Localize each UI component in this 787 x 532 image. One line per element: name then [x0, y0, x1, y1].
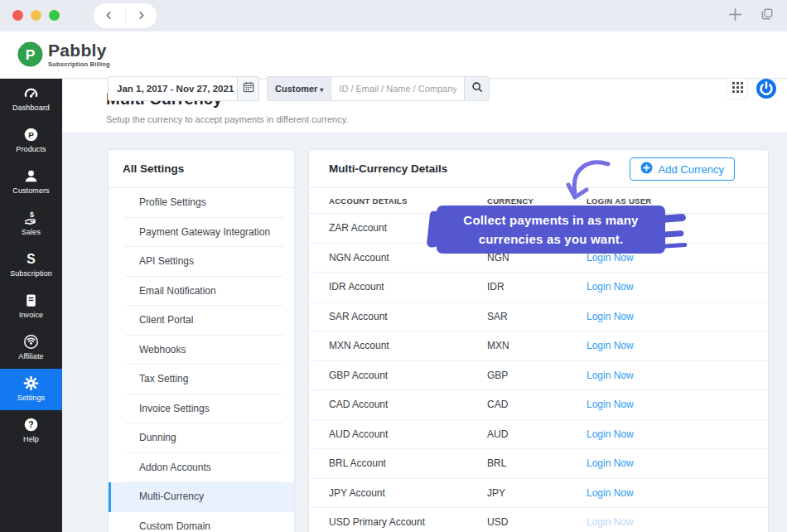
back-button[interactable] [94, 3, 125, 28]
login-now-link[interactable]: Login Now [587, 479, 634, 509]
table-row-gbp-account: GBP Account GBP Login Now [309, 361, 768, 391]
table-row-cad-account: CAD Account CAD Login Now [309, 390, 768, 420]
login-now-link[interactable]: Login Now [587, 273, 634, 302]
table-row-aud-account: AUD Account AUD Login Now [309, 420, 768, 450]
forward-button[interactable] [126, 3, 157, 28]
account-name: ZAR Account [329, 214, 387, 244]
currency-code: BRL [487, 449, 506, 479]
search-filter-dropdown[interactable]: Customer▾ [268, 77, 331, 100]
search-input[interactable] [331, 77, 464, 100]
settings-item-api-settings[interactable]: API Settings [109, 247, 294, 277]
currency-code: GBP [487, 361, 508, 391]
add-currency-button[interactable]: Add Currency [630, 157, 735, 181]
logout-power-button[interactable] [756, 78, 777, 99]
account-name: BRL Account [329, 449, 386, 479]
sidebar-item-label: Invoice [19, 311, 43, 319]
sidebar-item-customers[interactable]: Customers [0, 162, 62, 203]
brand-name: Pabbly [48, 41, 110, 60]
pabbly-logo[interactable]: P Pabbly Subscription Billing [17, 41, 110, 70]
calendar-icon [243, 81, 254, 96]
date-range-input[interactable]: Jan 1, 2017 - Nov 27, 2021 [108, 76, 237, 101]
account-name: USD Primary Account [329, 508, 425, 532]
sidebar-item-dashboard[interactable]: Dashboard [0, 79, 62, 120]
svg-text:S: S [27, 251, 35, 265]
sidebar-item-help[interactable]: ? Help [0, 410, 62, 452]
currency-code: CAD [487, 390, 508, 420]
search-group: Customer▾ [267, 76, 490, 101]
sidebar-item-label: Sales [22, 228, 41, 236]
table-row-idr-account: IDR Account IDR Login Now [309, 273, 768, 302]
sidebar-item-subscription[interactable]: S Subscription [0, 244, 62, 286]
login-now-link[interactable]: Login Now [587, 331, 634, 361]
settings-item-custom-domain[interactable]: Custom Domain [109, 512, 294, 532]
search-icon [471, 81, 483, 96]
curved-arrow-icon [560, 157, 613, 207]
sidebar-item-label: Customers [12, 186, 49, 195]
customers-icon [23, 167, 39, 184]
settings-item-payment-gateway-integration[interactable]: Payment Gateway Integration [109, 218, 294, 248]
sidebar-item-settings[interactable]: Settings [0, 369, 62, 410]
settings-item-multi-currency[interactable]: Multi-Currency [109, 482, 294, 512]
currency-code: MXN [487, 331, 509, 361]
login-now-link: Login Now [587, 508, 634, 532]
currency-code: JPY [487, 479, 505, 509]
close-window-button[interactable] [12, 10, 23, 21]
brand-tagline: Subscription Billing [48, 60, 110, 68]
plus-icon [728, 7, 742, 25]
page-subtitle: Setup the currency to accept payments in… [106, 114, 348, 124]
search-button[interactable] [464, 77, 489, 100]
settings-item-addon-accounts[interactable]: Addon Accounts [109, 453, 294, 483]
sidebar-item-products[interactable]: P Products [0, 120, 62, 162]
login-now-link[interactable]: Login Now [587, 420, 634, 450]
login-now-link[interactable]: Login Now [587, 390, 634, 420]
callout-line-2: currencies as you want. [479, 230, 624, 249]
table-row-mxn-account: MXN Account MXN Login Now [309, 331, 768, 361]
login-now-link[interactable]: Login Now [587, 449, 634, 479]
new-tab-button[interactable] [728, 7, 742, 25]
browser-chrome [0, 0, 787, 31]
settings-item-tax-setting[interactable]: Tax Setting [109, 365, 294, 394]
calendar-button[interactable] [237, 76, 259, 101]
settings-item-webhooks[interactable]: Webhooks [109, 336, 294, 365]
tab-overview-button[interactable] [760, 7, 774, 24]
maximize-window-button[interactable] [49, 10, 60, 21]
date-range-group: Jan 1, 2017 - Nov 27, 2021 [108, 76, 259, 101]
app-header: P Pabbly Subscription Billing Jan 1, 201… [0, 31, 787, 79]
account-name: CAD Account [329, 390, 388, 420]
sidebar-item-sales[interactable]: $ Sales [0, 203, 62, 244]
chevron-left-icon [104, 8, 113, 23]
sidebar-item-label: Affiliate [18, 352, 43, 360]
account-name: MXN Account [329, 331, 389, 361]
promo-callout: Collect payments in as many currencies a… [437, 206, 665, 254]
minimize-window-button[interactable] [31, 10, 41, 21]
table-row-brl-account: BRL Account BRL Login Now [309, 449, 768, 479]
sidebar-item-label: Subscription [10, 269, 52, 278]
svg-text:$: $ [30, 210, 34, 218]
settings-item-email-notification[interactable]: Email Notification [109, 277, 294, 307]
column-account-details: ACCOUNT DETAILS [329, 188, 408, 214]
currency-code: AUD [487, 420, 508, 450]
sidebar-item-invoice[interactable]: Invoice [0, 286, 62, 327]
table-row-jpy-account: JPY Account JPY Login Now [309, 479, 768, 509]
login-now-link[interactable]: Login Now [587, 302, 634, 332]
account-name: AUD Account [329, 420, 388, 450]
account-name: JPY Account [329, 479, 385, 509]
sidebar-item-label: Help [23, 435, 39, 443]
power-icon [756, 88, 777, 102]
window-controls [12, 10, 60, 21]
settings-item-dunning[interactable]: Dunning [109, 423, 294, 453]
plus-circle-icon [640, 162, 653, 177]
help-icon: ? [23, 416, 39, 433]
login-now-link[interactable]: Login Now [587, 361, 634, 391]
browser-nav [94, 3, 157, 28]
sidebar-item-affiliate[interactable]: Affiliate [0, 327, 62, 369]
settings-item-invoice-settings[interactable]: Invoice Settings [109, 394, 294, 424]
currency-code: USD [487, 508, 508, 532]
pabbly-logo-icon: P [17, 41, 43, 70]
svg-text:P: P [28, 130, 34, 139]
apps-grid-button[interactable] [727, 78, 748, 99]
settings-item-profile-settings[interactable]: Profile Settings [109, 188, 294, 218]
sidebar-item-label: Products [16, 145, 46, 153]
account-name: SAR Account [329, 302, 388, 332]
settings-item-client-portal[interactable]: Client Portal [109, 306, 294, 336]
